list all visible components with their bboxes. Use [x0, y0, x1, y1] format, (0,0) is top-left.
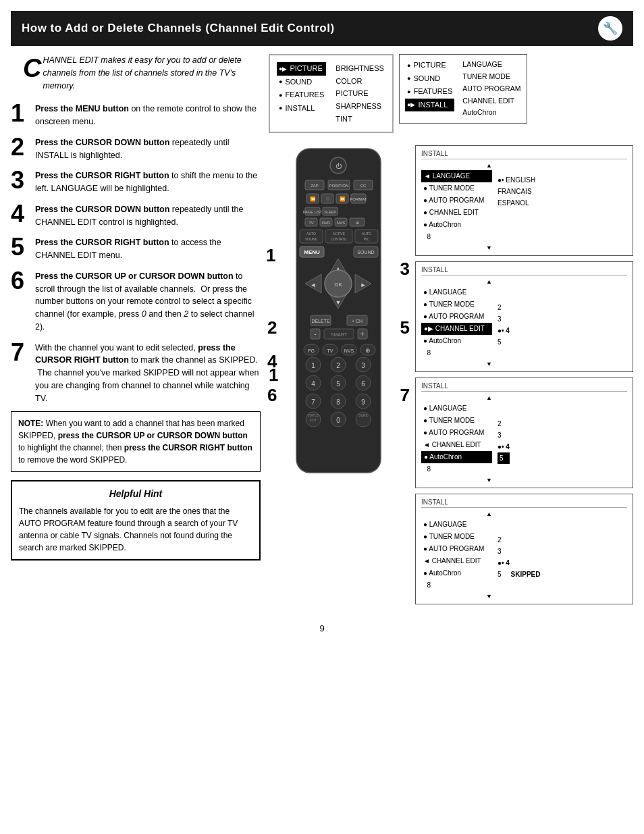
step-overlay-6: 6 — [267, 385, 277, 406]
s6-autochron: ● AutoChron — [421, 567, 492, 579]
step-4: 4 Press the CURSOR DOWN button repeatedl… — [11, 202, 261, 229]
s3-auto: ● AUTO PROGRAM — [421, 194, 492, 207]
svg-text:POSITION: POSITION — [329, 184, 349, 188]
step-5-number: 5 — [11, 235, 30, 259]
page-header: How to Add or Delete Channels (Channel E… — [11, 11, 633, 46]
svg-text:TV: TV — [327, 348, 333, 353]
screen3-left: ▲ ◄ LANGUAGE ● TUNER MODE ● AUTO PROGRAM… — [421, 162, 492, 251]
remote-area: 1 ⏻ ZAP POSITION CC — [269, 145, 633, 604]
screen1-right: BRIGHTNESS COLOR PICTURE SHARPNESS TINT — [336, 62, 384, 125]
svg-text:EXIT: EXIT — [310, 419, 317, 422]
screen1-area: ●▶ PICTURE ● SOUND ● FEATURES ● INSTALL — [269, 54, 633, 136]
screen4-right: 2 3 ●• 4 5 — [498, 278, 510, 367]
s2-autoChron: AutoChron — [462, 107, 520, 119]
screen2-left: ● PICTURE ● SOUND ● FEATURES ●▶ INSTALL — [405, 59, 454, 119]
svg-text:SMART: SMART — [331, 332, 348, 337]
screen6-right: 2 3 ●• 4 5 SKIPPED — [498, 511, 540, 600]
step-7-bold: press the CURSOR RIGHT button — [35, 343, 236, 365]
s2-auto: AUTO PROGRAM — [462, 83, 520, 95]
note-box: NOTE: When you want to add a channel tha… — [11, 411, 261, 472]
screen5-content: ▲ ● LANGUAGE ● TUNER MODE ● AUTO PROGRAM… — [421, 394, 627, 484]
svg-text:-: - — [314, 330, 316, 338]
s4-tuner: ● TUNER MODE — [421, 298, 492, 311]
svg-text:2: 2 — [336, 362, 340, 369]
step-1-bold: Press the MENU button — [35, 104, 129, 113]
s5-2: 2 — [498, 418, 510, 429]
screen5-up: ▲ — [421, 394, 492, 401]
screen1-content: ●▶ PICTURE ● SOUND ● FEATURES ● INSTALL — [277, 62, 385, 125]
svg-text:4: 4 — [311, 380, 315, 388]
s4-4: ●• 4 — [498, 325, 510, 336]
page-number: 9 — [0, 623, 644, 633]
s6-auto: ● AUTO PROGRAM — [421, 543, 492, 555]
helpful-hint-title: Helpful Hint — [19, 487, 252, 501]
s2-features: ● FEATURES — [405, 85, 454, 99]
step-overlay-7: 7 — [400, 385, 410, 406]
screen5-down: ▼ — [421, 477, 492, 484]
svg-text:CC: CC — [360, 184, 367, 188]
svg-text:◄: ◄ — [311, 282, 317, 288]
screen5-title: INSTALL — [421, 382, 627, 392]
svg-text:⏩: ⏩ — [340, 196, 346, 202]
s3-autochron: ● AutoChron — [421, 219, 492, 231]
step-side-labels: 1 — [269, 145, 284, 604]
screen2-content: ● PICTURE ● SOUND ● FEATURES ●▶ INSTALL … — [405, 59, 521, 119]
opt-color: COLOR — [336, 75, 384, 88]
screen1-left: ●▶ PICTURE ● SOUND ● FEATURES ● INSTALL — [277, 62, 326, 125]
svg-text:CONTROL: CONTROL — [331, 237, 348, 241]
note-label: NOTE: — [18, 419, 43, 428]
s2-tuner: TUNER MODE — [462, 71, 520, 83]
screen2: ● PICTURE ● SOUND ● FEATURES ●▶ INSTALL … — [399, 54, 527, 124]
svg-text:NVS: NVS — [344, 348, 354, 353]
s5-channel-edit: ◄ CHANNEL EDIT — [421, 439, 492, 451]
screen6-up: ▲ — [421, 511, 492, 517]
s3-espanol: ESPANOL — [498, 197, 535, 209]
remote-wrapper: ⏻ ZAP POSITION CC ⏪ ⏺ ⏩ — [286, 145, 391, 604]
svg-text:PAGE LIST: PAGE LIST — [303, 210, 323, 214]
svg-text:DELETE: DELETE — [311, 319, 330, 323]
svg-text:8: 8 — [336, 398, 340, 406]
svg-text:+ CH: + CH — [352, 319, 363, 323]
s5-5: 5 — [498, 452, 510, 464]
helpful-hint-box: Helpful Hint The channels available for … — [11, 480, 261, 561]
svg-text:FORMAT: FORMAT — [350, 197, 367, 201]
opt-tint: TINT — [336, 113, 384, 126]
svg-text:0: 0 — [336, 417, 340, 424]
step-overlay-3: 3 — [400, 259, 410, 280]
step-5-text: Press the CURSOR RIGHT button to access … — [35, 235, 261, 262]
step-5-bold: Press the CURSOR RIGHT button — [35, 238, 169, 247]
svg-text:AUTO: AUTO — [306, 232, 316, 236]
intro-text: C HANNEL EDIT makes it easy for you to a… — [11, 54, 261, 92]
step-overlay-5: 5 — [400, 317, 410, 338]
step-overlay-4: 4 — [267, 351, 277, 372]
screen3-title: INSTALL — [421, 150, 627, 159]
s4-autochron: ● AutoChron — [421, 335, 492, 347]
screen3-right: ●• ENGLISH FRANCAIS ESPANOL — [498, 162, 535, 251]
s3-language: ◄ LANGUAGE — [421, 170, 492, 182]
opt-sharpness: SHARPNESS — [336, 100, 384, 113]
svg-text:⊕: ⊕ — [365, 347, 371, 354]
screen4-up: ▲ — [421, 278, 492, 285]
s3-tuner: ● TUNER MODE — [421, 182, 492, 194]
svg-text:5: 5 — [336, 380, 340, 388]
step-3-bold: Press the CURSOR RIGHT button — [35, 171, 169, 180]
screen3: INSTALL ▲ ◄ LANGUAGE ● TUNER MODE ● AUTO… — [415, 145, 633, 256]
s4-language: ● LANGUAGE — [421, 286, 492, 298]
s4-8: 8 — [421, 347, 492, 359]
s2-picture: ● PICTURE — [405, 59, 454, 72]
step-2: 2 Press the CURSOR DOWN button repeatedl… — [11, 135, 261, 162]
screen6-left: ▲ ● LANGUAGE ● TUNER MODE ● AUTO PROGRAM… — [421, 511, 492, 600]
svg-text:AUTO: AUTO — [362, 232, 371, 236]
remote-svg: ⏻ ZAP POSITION CC ⏪ ⏺ ⏩ — [286, 145, 391, 483]
step-5: 5 Press the CURSOR RIGHT button to acces… — [11, 235, 261, 262]
step-2-bold: Press the CURSOR DOWN button — [35, 138, 169, 147]
step-4-number: 4 — [11, 202, 30, 226]
svg-text:3: 3 — [361, 362, 365, 369]
left-column: C HANNEL EDIT makes it easy for you to a… — [11, 54, 261, 604]
s5-auto: ● AUTO PROGRAM — [421, 427, 492, 439]
svg-text:7: 7 — [311, 398, 315, 406]
svg-text:PG: PG — [308, 348, 315, 353]
s6-channel-edit: ◄ CHANNEL EDIT — [421, 555, 492, 567]
svg-text:1: 1 — [311, 362, 315, 369]
step-6: 6 Press the CURSOR UP or CURSOR DOWN but… — [11, 269, 261, 334]
